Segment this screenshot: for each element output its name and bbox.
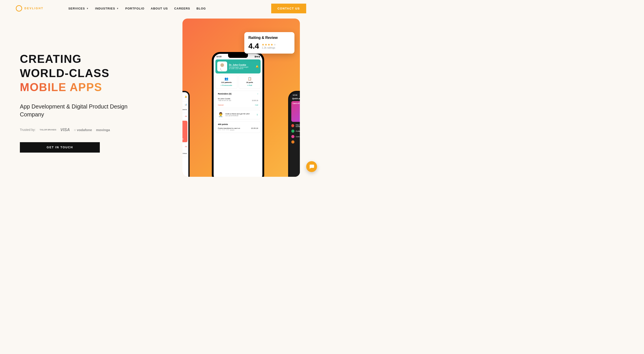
- nav-portfolio[interactable]: PORTFOLIO: [125, 7, 144, 10]
- svg-point-0: [220, 63, 224, 67]
- movinga-logo: movinga: [96, 128, 110, 132]
- tailor-brands-logo: TAILOR BRANDS: [40, 129, 56, 131]
- patients-icon: 👥: [216, 77, 236, 80]
- trusted-label: Trusted by:: [20, 128, 36, 132]
- brand-name: DEVLIGHT: [24, 7, 44, 10]
- nav-careers[interactable]: CAREERS: [174, 7, 190, 10]
- notification-bell-icon: 🔔: [256, 65, 259, 68]
- polls-icon: 📋: [240, 77, 260, 80]
- star-rating-icon: ★★★★★: [262, 43, 276, 46]
- visa-logo: VISA: [60, 127, 70, 132]
- hero-headline: CREATING WORLD-CLASS MOBILE APPS: [20, 52, 142, 94]
- brand-logo[interactable]: DEVLIGHT: [16, 5, 44, 12]
- nav-blog[interactable]: BLOG: [196, 7, 206, 10]
- chat-bubble-icon: [309, 164, 314, 169]
- hero-subtitle: App Development & Digital Product Design…: [20, 103, 142, 118]
- invite-friend-icon: 👨‍⚕️: [218, 112, 224, 117]
- invite-card: 👨‍⚕️ Invite a friend and get 50 UAH doc.…: [216, 110, 260, 119]
- phone-mockup-left: 🔔 📊 wards All Details All reat ideas: [182, 91, 190, 177]
- patients-stat-card: 👥 112 patients + Promocode: [216, 75, 237, 89]
- rating-review-card: Raiting & Review 4.4 ★★★★★ 1.2k raitings: [244, 32, 294, 54]
- rating-score: 4.4: [248, 42, 259, 50]
- doctor-avatar: [217, 62, 227, 71]
- vodafone-logo: ○ vodafone: [74, 128, 92, 132]
- reminders-card: Reminders (5) › Dr.John Cookie +380 95 8…: [216, 91, 260, 108]
- trusted-by-row: Trusted by: TAILOR BRANDS VISA ○ vodafon…: [20, 127, 142, 132]
- site-header: DEVLIGHT SERVICES ▼ INDUSTRIES ▼ PORTFOL…: [0, 0, 322, 14]
- nav-services[interactable]: SERVICES ▼: [68, 7, 89, 10]
- chevron-down-icon: ▼: [116, 7, 119, 10]
- chevron-right-icon: ›: [258, 93, 258, 95]
- stats-icon: [291, 135, 294, 138]
- main-nav: SERVICES ▼ INDUSTRIES ▼ PORTFOLIO ABOUT …: [68, 7, 206, 10]
- fire-icon: [291, 140, 294, 143]
- points-card: 400 points Points transfered to card on …: [216, 121, 260, 133]
- phone-mockup-right: 12:44 Quick actio Card eП Help with huma…: [288, 91, 300, 177]
- phone-mockup-center: 12:22 ▮ ◈ ▮ Dr. John Cookie Dermatologis…: [212, 52, 264, 177]
- share-icon: ⇪: [256, 113, 258, 116]
- contact-us-button[interactable]: CONTACT US: [271, 4, 306, 13]
- doctor-profile-card: Dr. John Cookie Dermatologist, Venerolog…: [216, 59, 260, 73]
- logo-circle-icon: [16, 5, 22, 12]
- get-in-touch-button[interactable]: GET IN TOUCH: [20, 142, 100, 152]
- nav-industries[interactable]: INDUSTRIES ▼: [95, 7, 119, 10]
- signal-wifi-battery-icon: ▮ ◈ ▮: [255, 55, 260, 58]
- chat-widget-button[interactable]: [306, 161, 317, 172]
- hero-showcase: 🔔 📊 wards All Details All reat ideas 12:…: [182, 19, 300, 177]
- help-icon: [291, 124, 294, 127]
- safe-icon: [291, 129, 294, 133]
- nav-about[interactable]: ABOUT US: [151, 7, 168, 10]
- chevron-down-icon: ▼: [86, 7, 89, 10]
- polls-stat-card: 📋 10 polls + Poll: [239, 75, 260, 89]
